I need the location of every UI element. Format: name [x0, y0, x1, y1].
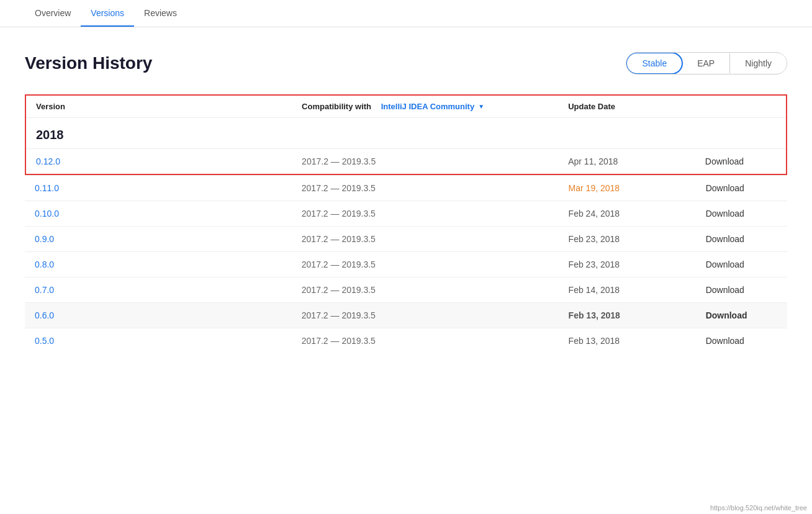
download-cell: Download [696, 227, 787, 252]
version-link[interactable]: 0.9.0 [35, 234, 54, 244]
compatibility-cell: 2017.2 — 2019.3.5 [292, 252, 559, 277]
tab-reviews[interactable]: Reviews [134, 1, 187, 27]
table-row: 0.8.0 2017.2 — 2019.3.5 Feb 23, 2018 Dow… [25, 252, 787, 277]
table-row: 0.11.0 2017.2 — 2019.3.5 Mar 19, 2018 Do… [25, 176, 787, 201]
table-row: 0.12.0 2017.2 — 2019.3.5 Apr 11, 2018 Do… [25, 149, 787, 175]
update-date-cell: Feb 23, 2018 [559, 227, 696, 252]
version-cell: 0.6.0 [25, 303, 292, 328]
download-button[interactable]: Download [706, 336, 744, 346]
version-link[interactable]: 0.11.0 [35, 183, 59, 193]
compatibility-cell: 2017.2 — 2019.3.5 [292, 227, 559, 252]
year-group-row: 2018 [25, 118, 787, 149]
update-date-cell: Feb 13, 2018 [559, 328, 696, 354]
version-cell: 0.12.0 [25, 149, 292, 175]
update-date-column-header: Update Date [558, 95, 695, 118]
channel-selector: Stable EAP Nightly [626, 52, 787, 74]
version-link[interactable]: 0.7.0 [35, 285, 54, 295]
download-button[interactable]: Download [706, 209, 744, 219]
page-title: Version History [25, 53, 152, 73]
compatibility-cell: 2017.2 — 2019.3.5 [292, 176, 559, 201]
table-row: 0.7.0 2017.2 — 2019.3.5 Feb 14, 2018 Dow… [25, 277, 787, 303]
versions-table-rest: 0.11.0 2017.2 — 2019.3.5 Mar 19, 2018 Do… [25, 175, 787, 353]
download-cell: Download [695, 149, 787, 175]
download-button[interactable]: Download [706, 234, 744, 244]
version-cell: 0.9.0 [25, 227, 292, 252]
header-row: Version History Stable EAP Nightly [25, 52, 787, 74]
download-cell: Download [696, 252, 787, 277]
compatibility-cell: 2017.2 — 2019.3.5 [292, 303, 559, 328]
update-date-cell: Apr 11, 2018 [558, 149, 695, 175]
version-column-header: Version [25, 95, 292, 118]
channel-stable-button[interactable]: Stable [626, 52, 683, 74]
download-cell: Download [696, 201, 787, 227]
download-column-header [695, 95, 787, 118]
update-date-cell: Mar 19, 2018 [559, 176, 696, 201]
update-date-cell: Feb 24, 2018 [559, 201, 696, 227]
download-button[interactable]: Download [706, 310, 747, 320]
version-cell: 0.5.0 [25, 328, 292, 354]
main-content: Version History Stable EAP Nightly Versi… [0, 27, 812, 378]
download-button[interactable]: Download [705, 156, 744, 166]
table-row: 0.5.0 2017.2 — 2019.3.5 Feb 13, 2018 Dow… [25, 328, 787, 354]
compatibility-cell: 2017.2 — 2019.3.5 [292, 277, 559, 303]
table-row: 0.10.0 2017.2 — 2019.3.5 Feb 24, 2018 Do… [25, 201, 787, 227]
tab-versions[interactable]: Versions [81, 1, 134, 27]
compatibility-cell: 2017.2 — 2019.3.5 [292, 149, 558, 175]
compatibility-cell: 2017.2 — 2019.3.5 [292, 328, 559, 354]
table-header: Version Compatibility with IntelliJ IDEA… [25, 95, 787, 118]
table-row: 0.9.0 2017.2 — 2019.3.5 Feb 23, 2018 Dow… [25, 227, 787, 252]
download-cell: Download [696, 328, 787, 354]
download-button[interactable]: Download [706, 183, 744, 193]
version-cell: 0.10.0 [25, 201, 292, 227]
version-link[interactable]: 0.12.0 [36, 156, 60, 166]
channel-eap-button[interactable]: EAP [682, 53, 730, 73]
update-date-cell: Feb 23, 2018 [559, 252, 696, 277]
version-link[interactable]: 0.8.0 [35, 259, 54, 269]
version-cell: 0.7.0 [25, 277, 292, 303]
version-link[interactable]: 0.5.0 [35, 336, 54, 346]
update-date-cell: Feb 13, 2018 [559, 303, 696, 328]
compatibility-column-header: Compatibility with IntelliJ IDEA Communi… [292, 95, 558, 118]
version-link[interactable]: 0.6.0 [35, 310, 54, 320]
download-button[interactable]: Download [706, 285, 744, 295]
download-button[interactable]: Download [706, 259, 744, 269]
download-cell: Download [696, 277, 787, 303]
tab-overview[interactable]: Overview [25, 1, 81, 27]
download-cell: Download [696, 303, 787, 328]
dropdown-arrow-icon[interactable]: ▼ [478, 103, 484, 110]
version-cell: 0.11.0 [25, 176, 292, 201]
versions-table-highlighted: Version Compatibility with IntelliJ IDEA… [25, 94, 787, 175]
top-navigation: Overview Versions Reviews [0, 0, 812, 27]
year-label: 2018 [25, 118, 787, 149]
compatibility-product-link[interactable]: IntelliJ IDEA Community [381, 102, 474, 111]
channel-nightly-button[interactable]: Nightly [730, 53, 787, 73]
compatibility-cell: 2017.2 — 2019.3.5 [292, 201, 559, 227]
download-cell: Download [696, 176, 787, 201]
table-row: 0.6.0 2017.2 — 2019.3.5 Feb 13, 2018 Dow… [25, 303, 787, 328]
update-date-cell: Feb 14, 2018 [559, 277, 696, 303]
version-link[interactable]: 0.10.0 [35, 209, 59, 219]
version-cell: 0.8.0 [25, 252, 292, 277]
